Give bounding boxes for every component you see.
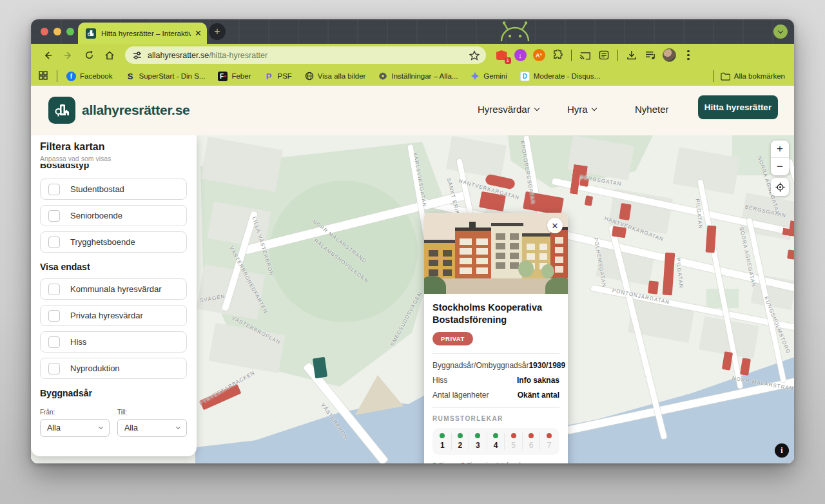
property-popup-card: ✕ Stockholms Kooperativa Bostadsförening… [424, 213, 568, 463]
till-select[interactable]: Alla [117, 419, 187, 437]
back-icon[interactable] [39, 47, 56, 64]
detail-row: HissInfo saknas [432, 376, 559, 385]
bookmarks-separator [57, 70, 57, 82]
building-marker[interactable] [663, 253, 675, 296]
zoom-out-button[interactable]: − [771, 158, 789, 175]
apps-grid-icon[interactable] [39, 71, 48, 81]
bookmark-feber[interactable]: F●Feber [218, 72, 251, 81]
checkbox-kommunala[interactable]: Kommunala hyresvärdar [40, 278, 187, 300]
popup-title: Stockholms Kooperativa Bostadsförening [432, 302, 559, 325]
site-header: allahyresrätter.se Hyresvärdar Hyra Nyhe… [31, 86, 794, 135]
tab-favicon-icon [86, 28, 96, 39]
street-label: FYRVERKARBACKEN [199, 370, 257, 407]
checkbox[interactable] [48, 284, 60, 295]
room-sizes-legend: FinnsFinns ejInfo saknas [432, 461, 559, 463]
bookmark-gemini[interactable]: Gemini [471, 72, 507, 81]
url-text[interactable]: allahyresratter.se/hitta-hyresratter [148, 51, 469, 60]
privat-badge: PRIVAT [432, 332, 473, 345]
hitta-hyresratter-button[interactable]: Hitta hyresrätter [698, 95, 778, 119]
illustration-tree [541, 264, 554, 278]
checkbox[interactable] [48, 184, 60, 195]
rooms-section-title: RUMSSTORLEKAR [432, 415, 559, 422]
all-bookmarks-button[interactable]: Alla bokmärken [721, 72, 785, 81]
illustration-tree [518, 260, 534, 277]
till-label: Till: [117, 409, 127, 416]
room-size-1: 1 [434, 433, 452, 450]
tab-close-icon[interactable]: ✕ [195, 28, 202, 38]
downloads-icon[interactable] [625, 49, 638, 62]
zoom-in-button[interactable]: + [771, 141, 789, 158]
site-settings-icon[interactable] [133, 51, 142, 60]
checkbox-hiss[interactable]: Hiss [40, 331, 187, 353]
popup-close-icon[interactable]: ✕ [547, 218, 563, 233]
bookmark-facebook[interactable]: fFacebook [66, 72, 113, 81]
bookmark-moderate-disqus[interactable]: DModerate - Disqus... [520, 72, 601, 81]
cast-icon[interactable] [579, 49, 592, 62]
extensions-area: 1 ↓ A° [495, 48, 695, 62]
nav-nyheter[interactable]: Nyheter [635, 104, 669, 115]
building-marker[interactable] [787, 249, 794, 260]
building-marker[interactable] [585, 195, 593, 206]
detail-row: Byggnadsår/Ombyggnadsår1930/1989 [432, 361, 559, 370]
forward-icon[interactable] [60, 47, 77, 64]
extension-shopping-icon[interactable]: 1 [495, 49, 508, 62]
new-tab-button[interactable]: + [209, 23, 226, 40]
home-icon[interactable] [101, 47, 118, 64]
bookmark-visa-alla-bilder[interactable]: Visa alla bilder [305, 72, 366, 81]
legend-item: Finns [432, 461, 453, 463]
checkbox[interactable] [48, 237, 60, 248]
divider [432, 353, 559, 354]
checkbox[interactable] [48, 363, 60, 374]
extension-adblock-icon[interactable]: A° [532, 49, 545, 62]
nav-hyresvardar[interactable]: Hyresvärdar [478, 104, 539, 115]
bookmark-psf[interactable]: PPSF [264, 72, 291, 81]
checkbox-seniorboende[interactable]: Seniorboende [40, 205, 187, 226]
reload-icon[interactable] [81, 47, 97, 64]
playlist-icon[interactable] [644, 49, 657, 62]
checkbox[interactable] [48, 336, 60, 348]
checkbox[interactable] [48, 210, 60, 222]
checkbox-trygghetsboende[interactable]: Trygghetsboende [40, 231, 187, 253]
bookmark-superstart[interactable]: SSuperStart - Din S... [126, 72, 206, 81]
building-marker[interactable] [740, 358, 751, 376]
tab-title: Hitta hyresrätter – Interaktiv k [101, 30, 191, 37]
property-illustration [424, 213, 568, 294]
building-marker[interactable] [619, 203, 631, 220]
browser-window: Hitta hyresrätter – Interaktiv k ✕ + all… [31, 19, 794, 463]
extension-downloader-icon[interactable]: ↓ [514, 49, 527, 62]
popup-body: Stockholms Kooperativa Bostadsförening P… [424, 294, 568, 463]
geolocate-button[interactable] [771, 178, 789, 196]
checkbox-privata[interactable]: Privata hyresvärdar [40, 305, 187, 326]
nav-hyra[interactable]: Hyra [567, 104, 596, 115]
window-minimize-button[interactable] [53, 28, 61, 35]
room-size-5: 5 [505, 433, 523, 450]
browser-menu-icon[interactable] [682, 49, 695, 62]
room-size-6: 6 [523, 433, 541, 450]
window-zoom-button[interactable] [66, 28, 74, 35]
building-marker[interactable] [722, 351, 733, 371]
reading-list-icon[interactable] [597, 49, 610, 62]
bookmark-star-icon[interactable] [469, 50, 480, 61]
fran-select[interactable]: Alla [40, 419, 110, 437]
building-marker[interactable] [706, 226, 717, 253]
filter-title: Filtera kartan [40, 141, 188, 153]
section-byggnadsar: Byggnadsår [40, 388, 92, 398]
map-zoom-control: + − [771, 141, 789, 175]
room-size-3: 3 [469, 433, 487, 450]
checkbox-nyproduktion[interactable]: Nyproduktion [40, 358, 187, 379]
checkbox[interactable] [48, 310, 60, 322]
browser-tab[interactable]: Hitta hyresrätter – Interaktiv k ✕ [78, 23, 207, 44]
site-logo[interactable]: allahyresrätter.se [48, 97, 189, 124]
building-marker[interactable] [648, 280, 659, 294]
room-size-2: 2 [452, 433, 470, 450]
bookmark-installningar[interactable]: Inställningar – Alla... [378, 72, 458, 81]
window-close-button[interactable] [41, 28, 48, 35]
profile-chevron-button[interactable] [773, 24, 788, 39]
extensions-puzzle-icon[interactable] [551, 49, 564, 62]
map-info-button[interactable]: i [775, 443, 789, 458]
checkbox-studentbostad[interactable]: Studentbostad [40, 179, 187, 200]
profile-avatar[interactable] [663, 48, 676, 62]
fran-label: Från: [40, 409, 55, 416]
url-bar[interactable]: allahyresratter.se/hitta-hyresratter [125, 46, 486, 64]
illustration-bush [545, 277, 568, 294]
